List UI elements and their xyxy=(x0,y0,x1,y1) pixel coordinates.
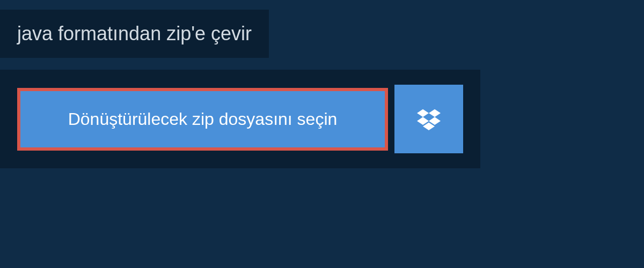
dropbox-icon xyxy=(417,107,441,131)
select-file-button[interactable]: Dönüştürülecek zip dosyasını seçin xyxy=(17,88,388,151)
title-bar: java formatından zip'e çevir xyxy=(0,10,269,58)
page-title: java formatından zip'e çevir xyxy=(17,23,252,44)
select-file-label: Dönüştürülecek zip dosyasını seçin xyxy=(68,109,338,129)
upload-panel: Dönüştürülecek zip dosyasını seçin xyxy=(0,70,480,168)
dropbox-button[interactable] xyxy=(394,85,463,153)
